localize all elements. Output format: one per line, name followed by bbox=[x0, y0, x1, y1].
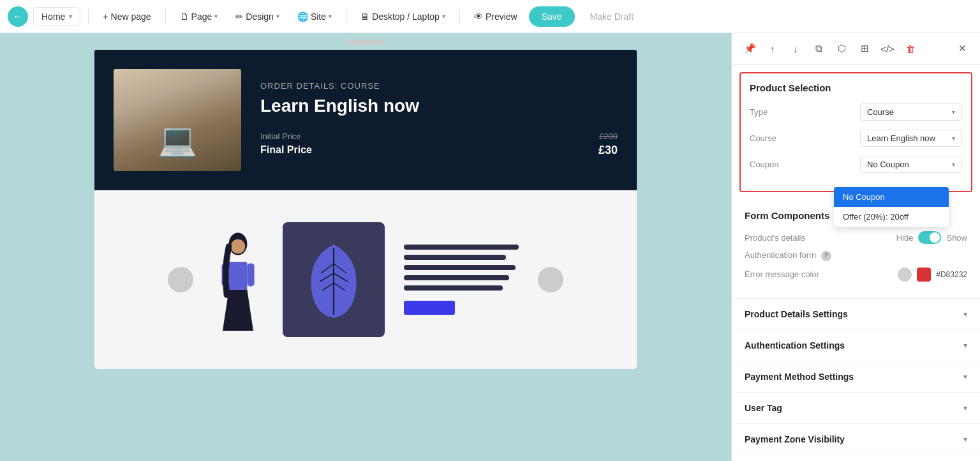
final-price-row: Final Price £30 bbox=[260, 144, 618, 157]
products-details-label: Product's details bbox=[745, 233, 805, 243]
auth-form-row: Authentication form ? bbox=[745, 250, 967, 261]
leaf-svg bbox=[302, 238, 366, 321]
chevron-icon-1: ▾ bbox=[963, 341, 967, 350]
toggle-switch[interactable] bbox=[918, 231, 941, 244]
user-tag[interactable]: User Tag ▾ bbox=[732, 393, 980, 424]
collapsible-sections-container: Product Details Settings ▾ Authenticatio… bbox=[732, 299, 980, 455]
leaf-card bbox=[283, 222, 385, 337]
home-dropdown[interactable]: Home bbox=[33, 7, 80, 26]
preview-button[interactable]: 👁 Preview bbox=[468, 8, 524, 26]
back-icon: ← bbox=[13, 11, 23, 22]
course-select[interactable]: Learn English now bbox=[860, 130, 962, 147]
dropdown-item-no-coupon[interactable]: No Coupon bbox=[834, 187, 949, 207]
design-icon: ✏ bbox=[235, 11, 243, 22]
svg-point-1 bbox=[231, 239, 245, 253]
main-toolbar: ← Home + New page 🗋 Page ✏ Design 🌐 Site… bbox=[0, 0, 980, 33]
order-section: ORDER DETAILS: COURSE Learn English now … bbox=[94, 50, 637, 190]
text-line-5 bbox=[404, 285, 503, 291]
circle-left bbox=[168, 267, 193, 292]
auth-form-tooltip-icon[interactable]: ? bbox=[821, 251, 831, 261]
course-thumbnail bbox=[114, 69, 241, 171]
color-swatch-gray[interactable] bbox=[898, 268, 912, 282]
make-draft-button[interactable]: Make Draft bbox=[580, 6, 644, 27]
close-panel-button[interactable]: ✕ bbox=[952, 38, 972, 59]
design-button[interactable]: ✏ Design bbox=[229, 8, 286, 26]
coupon-row: Coupon No Coupon No Coupon Offer (20%): … bbox=[750, 156, 962, 173]
type-select[interactable]: Course bbox=[860, 103, 962, 121]
page-container: ORDER DETAILS: COURSE Learn English now … bbox=[94, 50, 637, 369]
order-subtitle: ORDER DETAILS: COURSE bbox=[260, 81, 618, 91]
move-down-button[interactable]: ↓ bbox=[785, 38, 806, 59]
toolbar-divider-3 bbox=[346, 9, 346, 24]
canvas: ORDER DETAILS: COURSE Learn English now … bbox=[0, 33, 731, 461]
globe-icon: 🌐 bbox=[297, 11, 308, 22]
chevron-icon-4: ▾ bbox=[963, 435, 967, 444]
coupon-select[interactable]: No Coupon No Coupon Offer (20%): 20off bbox=[860, 156, 962, 173]
second-section bbox=[94, 190, 637, 369]
coupon-dropdown: No Coupon Offer (20%): 20off bbox=[834, 187, 949, 227]
product-selection-title: Product Selection bbox=[750, 82, 962, 93]
initial-price-label: Initial Price bbox=[260, 132, 301, 141]
blue-button-element bbox=[404, 301, 455, 315]
site-button[interactable]: 🌐 Site bbox=[291, 8, 338, 26]
circles-left bbox=[168, 267, 193, 292]
order-title: Learn English now bbox=[260, 96, 618, 116]
new-page-button[interactable]: + New page bbox=[96, 8, 157, 26]
hide-show-toggle: Hide Show bbox=[896, 231, 967, 244]
authentication-settings[interactable]: Authentication Settings ▾ bbox=[732, 330, 980, 361]
text-line-1 bbox=[404, 245, 519, 250]
cut-button[interactable]: ⬡ bbox=[831, 38, 852, 59]
text-line-4 bbox=[404, 275, 509, 280]
course-row: Course Learn English now bbox=[750, 130, 962, 147]
desktop-icon: 🖥 bbox=[360, 11, 369, 22]
page-icon: 🗋 bbox=[180, 11, 189, 22]
circle-right bbox=[538, 267, 563, 292]
final-price-value: £30 bbox=[598, 144, 618, 157]
back-button[interactable]: ← bbox=[8, 6, 28, 27]
color-swatch-group: #D83232 bbox=[898, 268, 967, 282]
move-up-button[interactable]: ↑ bbox=[762, 38, 783, 59]
panel-toolbar: 📌 ↑ ↓ ⧉ ⬡ ⊞ </> 🗑 ✕ bbox=[732, 33, 980, 64]
code-button[interactable]: </> bbox=[877, 38, 898, 59]
final-price-label: Final Price bbox=[260, 144, 312, 156]
main-area: ORDER DETAILS: COURSE Learn English now … bbox=[0, 33, 980, 461]
order-image bbox=[114, 69, 241, 171]
page-button[interactable]: 🗋 Page bbox=[174, 8, 225, 26]
eye-icon: 👁 bbox=[474, 11, 483, 22]
product-details-settings[interactable]: Product Details Settings ▾ bbox=[732, 299, 980, 330]
initial-price-row: Initial Price £200 bbox=[260, 132, 618, 141]
delete-button[interactable]: 🗑 bbox=[900, 38, 921, 59]
color-swatch-red[interactable] bbox=[917, 268, 931, 282]
viewport-button[interactable]: 🖥 Desktop / Laptop bbox=[354, 8, 452, 26]
toolbar-divider-1 bbox=[88, 9, 89, 24]
type-row: Type Course bbox=[750, 103, 962, 121]
woman-illustration bbox=[212, 229, 264, 331]
dropdown-item-offer[interactable]: Offer (20%): 20off bbox=[834, 207, 949, 227]
right-panel: 📌 ↑ ↓ ⧉ ⬡ ⊞ </> 🗑 ✕ Product Selection Ty… bbox=[731, 33, 980, 461]
order-info: ORDER DETAILS: COURSE Learn English now … bbox=[260, 81, 618, 160]
copy-button[interactable]: ⧉ bbox=[808, 38, 829, 59]
plus-icon: + bbox=[103, 11, 108, 22]
svg-rect-4 bbox=[247, 263, 254, 286]
text-lines bbox=[404, 245, 519, 315]
chevron-icon-2: ▾ bbox=[963, 372, 967, 381]
type-label: Type bbox=[750, 107, 768, 117]
coupon-label: Coupon bbox=[750, 160, 779, 169]
toolbar-divider-4 bbox=[459, 9, 460, 24]
save-button[interactable]: Save bbox=[529, 6, 575, 27]
color-hex-value: #D83232 bbox=[936, 270, 967, 279]
chevron-icon-3: ▾ bbox=[963, 404, 967, 412]
toolbar-divider-2 bbox=[165, 9, 166, 24]
products-details-row: Product's details Hide Show bbox=[745, 231, 967, 244]
payment-method-settings[interactable]: Payment Method Settings ▾ bbox=[732, 361, 980, 393]
hide-label: Hide bbox=[896, 233, 914, 243]
error-color-label: Error message color bbox=[745, 269, 819, 279]
payment-zone-visibility[interactable]: Payment Zone Visibility ▾ bbox=[732, 424, 980, 455]
error-color-row: Error message color #D83232 bbox=[745, 268, 967, 288]
home-label: Home bbox=[41, 11, 65, 22]
pin-button[interactable]: 📌 bbox=[739, 38, 760, 59]
auth-form-label: Authentication form ? bbox=[745, 250, 831, 261]
text-line-3 bbox=[404, 265, 516, 270]
clone-button[interactable]: ⊞ bbox=[854, 38, 875, 59]
initial-price-value: £200 bbox=[599, 132, 618, 141]
